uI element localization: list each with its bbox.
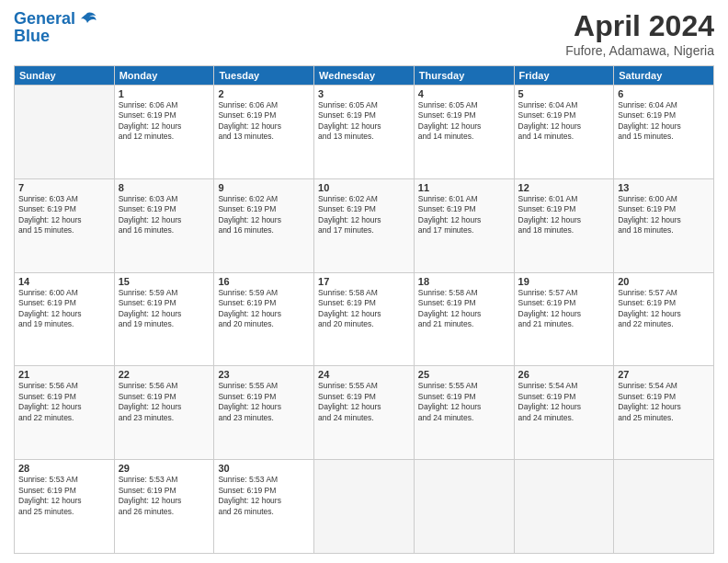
day-info: Sunrise: 6:02 AM Sunset: 6:19 PM Dayligh… — [218, 194, 310, 236]
day-number: 16 — [218, 276, 310, 287]
calendar-cell: 7Sunrise: 6:03 AM Sunset: 6:19 PM Daylig… — [15, 178, 115, 272]
day-number: 9 — [218, 182, 310, 193]
day-number: 22 — [119, 369, 210, 380]
day-number: 28 — [18, 463, 110, 474]
logo: General Blue — [14, 9, 97, 46]
calendar-table: SundayMondayTuesdayWednesdayThursdayFrid… — [14, 65, 714, 554]
calendar-week-row: 21Sunrise: 5:56 AM Sunset: 6:19 PM Dayli… — [15, 366, 714, 460]
calendar-cell: 8Sunrise: 6:03 AM Sunset: 6:19 PM Daylig… — [114, 178, 214, 272]
calendar-header-tuesday: Tuesday — [214, 66, 314, 86]
day-info: Sunrise: 5:53 AM Sunset: 6:19 PM Dayligh… — [119, 475, 210, 517]
calendar-week-row: 1Sunrise: 6:06 AM Sunset: 6:19 PM Daylig… — [15, 86, 714, 179]
calendar-cell: 26Sunrise: 5:54 AM Sunset: 6:19 PM Dayli… — [514, 366, 614, 460]
calendar-week-row: 7Sunrise: 6:03 AM Sunset: 6:19 PM Daylig… — [15, 178, 714, 272]
day-info: Sunrise: 5:57 AM Sunset: 6:19 PM Dayligh… — [518, 288, 610, 330]
calendar-cell: 13Sunrise: 6:00 AM Sunset: 6:19 PM Dayli… — [614, 178, 714, 272]
day-info: Sunrise: 5:57 AM Sunset: 6:19 PM Dayligh… — [618, 288, 710, 330]
day-info: Sunrise: 6:02 AM Sunset: 6:19 PM Dayligh… — [318, 194, 410, 236]
calendar-cell: 4Sunrise: 6:05 AM Sunset: 6:19 PM Daylig… — [414, 86, 514, 179]
day-info: Sunrise: 5:58 AM Sunset: 6:19 PM Dayligh… — [418, 288, 510, 330]
day-info: Sunrise: 6:01 AM Sunset: 6:19 PM Dayligh… — [418, 194, 510, 236]
day-info: Sunrise: 6:06 AM Sunset: 6:19 PM Dayligh… — [218, 100, 310, 143]
calendar-cell: 19Sunrise: 5:57 AM Sunset: 6:19 PM Dayli… — [514, 272, 614, 366]
header: General Blue April 2024 Fufore, Adamawa,… — [14, 9, 714, 58]
calendar-cell: 22Sunrise: 5:56 AM Sunset: 6:19 PM Dayli… — [114, 366, 214, 460]
day-info: Sunrise: 5:58 AM Sunset: 6:19 PM Dayligh… — [318, 288, 410, 330]
calendar-header-friday: Friday — [514, 66, 614, 86]
calendar-cell: 18Sunrise: 5:58 AM Sunset: 6:19 PM Dayli… — [414, 272, 514, 366]
calendar-cell: 6Sunrise: 6:04 AM Sunset: 6:19 PM Daylig… — [614, 86, 714, 179]
day-info: Sunrise: 5:59 AM Sunset: 6:19 PM Dayligh… — [119, 288, 210, 330]
calendar-cell: 17Sunrise: 5:58 AM Sunset: 6:19 PM Dayli… — [314, 272, 415, 366]
day-info: Sunrise: 5:56 AM Sunset: 6:19 PM Dayligh… — [119, 381, 210, 423]
calendar-cell: 9Sunrise: 6:02 AM Sunset: 6:19 PM Daylig… — [214, 178, 314, 272]
calendar-cell: 29Sunrise: 5:53 AM Sunset: 6:19 PM Dayli… — [114, 460, 214, 554]
calendar-cell: 23Sunrise: 5:55 AM Sunset: 6:19 PM Dayli… — [214, 366, 314, 460]
day-number: 19 — [518, 276, 610, 287]
calendar-cell: 10Sunrise: 6:02 AM Sunset: 6:19 PM Dayli… — [314, 178, 415, 272]
calendar-cell: 30Sunrise: 5:53 AM Sunset: 6:19 PM Dayli… — [214, 460, 314, 554]
day-info: Sunrise: 6:05 AM Sunset: 6:19 PM Dayligh… — [318, 100, 410, 143]
calendar-cell: 5Sunrise: 6:04 AM Sunset: 6:19 PM Daylig… — [514, 86, 614, 179]
calendar-cell: 16Sunrise: 5:59 AM Sunset: 6:19 PM Dayli… — [214, 272, 314, 366]
calendar-week-row: 14Sunrise: 6:00 AM Sunset: 6:19 PM Dayli… — [15, 272, 714, 366]
calendar-cell: 24Sunrise: 5:55 AM Sunset: 6:19 PM Dayli… — [314, 366, 415, 460]
day-number: 14 — [18, 276, 110, 287]
calendar-cell: 25Sunrise: 5:55 AM Sunset: 6:19 PM Dayli… — [414, 366, 514, 460]
day-info: Sunrise: 6:03 AM Sunset: 6:19 PM Dayligh… — [119, 194, 210, 236]
calendar-cell — [514, 460, 614, 554]
day-info: Sunrise: 6:03 AM Sunset: 6:19 PM Dayligh… — [18, 194, 110, 236]
day-info: Sunrise: 5:56 AM Sunset: 6:19 PM Dayligh… — [18, 381, 110, 423]
day-number: 8 — [119, 182, 210, 193]
calendar-cell: 14Sunrise: 6:00 AM Sunset: 6:19 PM Dayli… — [15, 272, 115, 366]
day-number: 5 — [518, 88, 610, 99]
logo-text: General — [14, 10, 75, 29]
day-number: 12 — [518, 182, 610, 193]
subtitle: Fufore, Adamawa, Nigeria — [565, 43, 714, 58]
day-info: Sunrise: 6:04 AM Sunset: 6:19 PM Dayligh… — [618, 100, 710, 143]
main-title: April 2024 — [565, 9, 714, 43]
calendar-cell — [614, 460, 714, 554]
day-number: 24 — [318, 369, 410, 380]
day-number: 26 — [518, 369, 610, 380]
calendar-cell: 20Sunrise: 5:57 AM Sunset: 6:19 PM Dayli… — [614, 272, 714, 366]
day-info: Sunrise: 6:01 AM Sunset: 6:19 PM Dayligh… — [518, 194, 610, 236]
day-number: 7 — [18, 182, 110, 193]
calendar-header-row: SundayMondayTuesdayWednesdayThursdayFrid… — [15, 66, 714, 86]
day-number: 18 — [418, 276, 510, 287]
logo-blue: Blue — [14, 27, 97, 46]
calendar-week-row: 28Sunrise: 5:53 AM Sunset: 6:19 PM Dayli… — [15, 460, 714, 554]
calendar-header-sunday: Sunday — [15, 66, 115, 86]
day-number: 1 — [119, 88, 210, 99]
calendar-cell — [414, 460, 514, 554]
day-number: 2 — [218, 88, 310, 99]
day-number: 3 — [318, 88, 410, 99]
calendar-cell — [314, 460, 415, 554]
calendar-cell: 2Sunrise: 6:06 AM Sunset: 6:19 PM Daylig… — [214, 86, 314, 179]
calendar-cell: 1Sunrise: 6:06 AM Sunset: 6:19 PM Daylig… — [114, 86, 214, 179]
calendar-cell: 27Sunrise: 5:54 AM Sunset: 6:19 PM Dayli… — [614, 366, 714, 460]
day-number: 25 — [418, 369, 510, 380]
calendar-header-thursday: Thursday — [414, 66, 514, 86]
day-number: 27 — [618, 369, 710, 380]
calendar-header-wednesday: Wednesday — [314, 66, 415, 86]
day-info: Sunrise: 5:54 AM Sunset: 6:19 PM Dayligh… — [518, 381, 610, 423]
calendar-cell: 12Sunrise: 6:01 AM Sunset: 6:19 PM Dayli… — [514, 178, 614, 272]
day-info: Sunrise: 5:55 AM Sunset: 6:19 PM Dayligh… — [318, 381, 410, 423]
day-info: Sunrise: 5:53 AM Sunset: 6:19 PM Dayligh… — [18, 475, 110, 517]
calendar-cell: 21Sunrise: 5:56 AM Sunset: 6:19 PM Dayli… — [15, 366, 115, 460]
day-info: Sunrise: 5:54 AM Sunset: 6:19 PM Dayligh… — [618, 381, 710, 423]
day-number: 11 — [418, 182, 510, 193]
day-info: Sunrise: 5:59 AM Sunset: 6:19 PM Dayligh… — [218, 288, 310, 330]
calendar-header-saturday: Saturday — [614, 66, 714, 86]
day-info: Sunrise: 5:55 AM Sunset: 6:19 PM Dayligh… — [218, 381, 310, 423]
page: General Blue April 2024 Fufore, Adamawa,… — [0, 0, 728, 563]
day-number: 4 — [418, 88, 510, 99]
logo-bird-icon — [77, 9, 97, 29]
day-info: Sunrise: 6:00 AM Sunset: 6:19 PM Dayligh… — [18, 288, 110, 330]
day-info: Sunrise: 6:04 AM Sunset: 6:19 PM Dayligh… — [518, 100, 610, 143]
calendar-header-monday: Monday — [114, 66, 214, 86]
title-block: April 2024 Fufore, Adamawa, Nigeria — [565, 9, 714, 58]
day-number: 30 — [218, 463, 310, 474]
day-number: 13 — [618, 182, 710, 193]
